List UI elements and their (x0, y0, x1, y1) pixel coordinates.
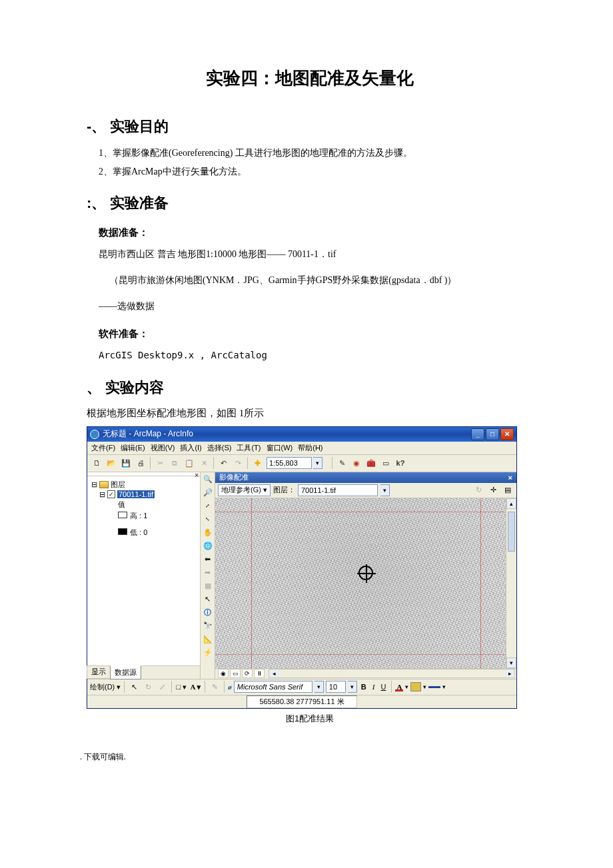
pan-icon[interactable]: ✋ (202, 527, 214, 539)
fixed-zoom-in-icon[interactable]: ⤢ (202, 500, 214, 512)
menu-edit[interactable]: 编辑(E) (121, 443, 145, 453)
zoom-to-selected-icon[interactable]: ⤢ (156, 681, 168, 693)
open-icon[interactable]: 📂 (105, 456, 118, 470)
prev-extent-icon[interactable]: ⬅ (202, 554, 214, 566)
scroll-left-icon[interactable]: ◂ (269, 669, 279, 677)
add-control-points-icon[interactable]: ✛ (487, 484, 499, 496)
scale-dropdown-icon[interactable]: ▾ (313, 457, 322, 469)
add-data-icon[interactable]: ✚ (251, 456, 264, 470)
data-view-icon[interactable]: ◉ (218, 669, 229, 678)
font-dropdown-icon[interactable]: ▾ (314, 681, 324, 693)
cut-icon[interactable]: ✂ (153, 456, 167, 470)
full-extent-icon[interactable]: 🌐 (202, 540, 214, 552)
rotate-element-icon[interactable]: ↻ (142, 681, 154, 693)
georef-close-icon[interactable]: × (508, 474, 512, 482)
arcmap-window: 无标题 - ArcMap - ArcInfo _ □ ✕ 文件(F) 编辑(E)… (87, 426, 517, 709)
font-color-dropdown-icon[interactable]: ▾ (405, 683, 408, 690)
arctoolbox-icon[interactable]: 🧰 (364, 456, 378, 470)
redo-icon[interactable]: ↷ (231, 456, 245, 470)
command-line-icon[interactable]: ▭ (379, 456, 392, 470)
menu-window[interactable]: 窗口(W) (267, 443, 293, 453)
view-link-table-icon[interactable]: ▤ (502, 484, 514, 496)
editor-toolbar-icon[interactable]: ✎ (335, 456, 348, 470)
new-rectangle-icon[interactable]: □ ▾ (175, 681, 187, 693)
menu-help[interactable]: 帮助(H) (298, 443, 322, 453)
new-doc-icon[interactable]: 🗋 (90, 456, 103, 470)
hyperlink-icon[interactable]: ⚡ (202, 647, 214, 659)
measure-icon[interactable]: 📐 (202, 634, 214, 646)
print-icon[interactable]: 🖨 (134, 456, 147, 470)
menu-select[interactable]: 选择(S) (207, 443, 232, 453)
georef-bar-title: 影像配准 (219, 472, 249, 482)
copy-icon[interactable]: ⧉ (168, 456, 181, 470)
georef-menu-button[interactable]: 地理参考(G) ▾ (218, 484, 271, 496)
save-icon[interactable]: 💾 (119, 456, 133, 470)
horizontal-scrollbar[interactable]: ◂ ▸ (269, 669, 515, 678)
scroll-thumb[interactable] (508, 512, 515, 552)
tree-collapse-icon[interactable]: ⊟ (91, 480, 97, 489)
paste-icon[interactable]: 📋 (183, 456, 196, 470)
tree-collapse-icon[interactable]: ⊟ (99, 490, 105, 499)
select-elements-icon[interactable]: ↖ (128, 681, 140, 693)
undo-icon[interactable]: ↶ (217, 456, 230, 470)
rotate-icon[interactable]: ↻ (472, 484, 484, 496)
font-size-combo[interactable]: 10 (326, 681, 346, 693)
help-icon[interactable]: k? (394, 456, 407, 470)
fill-color-button[interactable] (410, 682, 421, 691)
italic-button[interactable]: I (370, 683, 377, 691)
font-color-button[interactable]: A (395, 683, 403, 691)
minimize-button[interactable]: _ (471, 428, 484, 440)
toc-tab-display[interactable]: 显示 (87, 665, 111, 679)
georef-layer-combo[interactable]: 70011-1.tif (298, 484, 378, 496)
scroll-down-icon[interactable]: ▾ (506, 657, 516, 668)
sec2-prefix: :、 (87, 195, 106, 211)
toc-root-row[interactable]: ⊟ 图层 (91, 480, 196, 490)
font-combo[interactable]: Microsoft Sans Serif (234, 681, 312, 693)
find-icon[interactable]: 🔭 (202, 620, 214, 632)
menu-tools[interactable]: 工具(T) (237, 443, 261, 453)
scroll-right-icon[interactable]: ▸ (505, 669, 514, 677)
toc-value-label: 值 (118, 500, 196, 510)
drawing-menu[interactable]: 绘制(D) ▾ (90, 682, 121, 692)
window-title-bar[interactable]: 无标题 - ArcMap - ArcInfo _ □ ✕ (87, 427, 516, 442)
toc-layer-row[interactable]: ⊟ ✓ 70011-1.tif (99, 490, 196, 499)
close-button[interactable]: ✕ (500, 428, 514, 440)
line-color-button[interactable] (428, 686, 440, 688)
identify-icon[interactable]: ⓘ (202, 607, 214, 619)
toc-low-label: 低 : 0 (130, 528, 147, 536)
arccatalog-icon[interactable]: ◉ (350, 456, 363, 470)
next-extent-icon[interactable]: ➡ (202, 567, 214, 579)
menu-file[interactable]: 文件(F) (91, 443, 115, 453)
maximize-button[interactable]: □ (486, 428, 499, 440)
bold-button[interactable]: B (359, 683, 368, 691)
select-elements-icon[interactable]: ↖ (202, 594, 214, 606)
scroll-up-icon[interactable]: ▴ (506, 498, 516, 509)
edit-vertices-icon[interactable]: ✎ (209, 681, 221, 693)
fixed-zoom-out-icon[interactable]: ⤡ (202, 514, 214, 526)
zoom-out-icon[interactable]: 🔎 (202, 487, 214, 499)
map-viewport[interactable]: ▴ ▾ (215, 498, 516, 668)
georeferencing-titlebar[interactable]: 影像配准 × (215, 472, 516, 483)
map-bottom-bar: ◉ ▭ ⟳ ⏸ ◂ ▸ (215, 668, 516, 679)
menu-insert[interactable]: 插入(I) (180, 443, 201, 453)
new-text-icon[interactable]: A ▾ (189, 681, 201, 693)
status-coords: 565580.38 2777951.11 米 (247, 695, 356, 708)
menu-bar: 文件(F) 编辑(E) 视图(V) 插入(I) 选择(S) 工具(T) 窗口(W… (87, 442, 516, 455)
layout-view-icon[interactable]: ▭ (230, 669, 241, 678)
toc-close-icon[interactable]: × (195, 472, 199, 479)
toc-tab-source[interactable]: 数据源 (110, 665, 141, 679)
pause-draw-icon[interactable]: ⏸ (254, 669, 265, 678)
line-color-dropdown-icon[interactable]: ▾ (442, 683, 446, 690)
refresh-icon[interactable]: ⟳ (242, 669, 253, 678)
menu-view[interactable]: 视图(V) (151, 443, 175, 453)
select-features-icon[interactable]: ▦ (202, 580, 214, 592)
georef-layer-dropdown-icon[interactable]: ▾ (380, 484, 390, 496)
underline-button[interactable]: U (378, 683, 388, 691)
layer-visibility-checkbox[interactable]: ✓ (107, 490, 115, 498)
delete-icon[interactable]: ✕ (197, 456, 211, 470)
zoom-in-icon[interactable]: 🔍 (202, 474, 214, 486)
fill-color-dropdown-icon[interactable]: ▾ (423, 683, 426, 690)
size-dropdown-icon[interactable]: ▾ (348, 681, 357, 693)
vertical-scrollbar[interactable]: ▴ ▾ (506, 498, 516, 668)
scale-input[interactable]: 1:55,803 (267, 457, 312, 469)
